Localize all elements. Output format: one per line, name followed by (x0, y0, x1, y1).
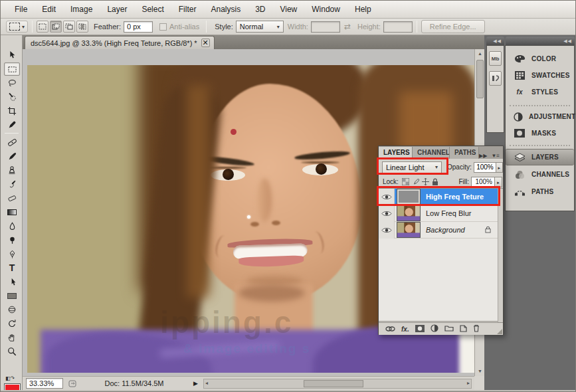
menu-select[interactable]: Select (134, 1, 171, 18)
quick-selection-tool[interactable] (4, 90, 20, 104)
path-selection-tool[interactable] (4, 275, 20, 288)
visibility-toggle[interactable] (379, 189, 395, 205)
subtract-from-selection-button[interactable] (63, 21, 75, 33)
horizontal-scroll-thumb[interactable] (304, 380, 363, 387)
scroll-down-icon[interactable]: ▼ (475, 367, 485, 376)
new-layer-icon[interactable] (460, 325, 467, 334)
layer-thumbnail[interactable] (397, 205, 421, 221)
spot-healing-tool[interactable] (4, 136, 20, 149)
adjustment-layer-icon[interactable] (431, 324, 438, 334)
eyedropper-tool[interactable] (4, 118, 20, 132)
panel-button-styles[interactable]: fx STYLES (506, 84, 574, 100)
opacity-spinner-icon[interactable]: ▸ (496, 162, 503, 173)
panel-resize-grip[interactable] (497, 329, 502, 334)
panel-button-channels[interactable]: CHANNELS (506, 166, 574, 183)
menu-3d[interactable]: 3D (248, 1, 272, 18)
clone-stamp-tool[interactable] (4, 163, 20, 177)
menu-window[interactable]: Window (304, 1, 347, 18)
scroll-right-icon[interactable]: ▸ (467, 380, 470, 386)
style-dropdown[interactable]: Normal ▾ (236, 21, 284, 33)
layer-name[interactable]: Low Freq Blur (426, 209, 471, 217)
scroll-up-icon[interactable]: ▲ (475, 49, 485, 58)
document-tab[interactable]: dsc5644.jpg @ 33.3% (High Freq Teture, R… (25, 36, 215, 49)
lock-transparency-icon[interactable] (402, 178, 409, 185)
fill-spinner-icon[interactable]: ▸ (495, 177, 502, 187)
zoom-level-field[interactable]: 33.33% (26, 378, 63, 389)
3d-rotate-tool[interactable] (4, 303, 20, 316)
tab-channels[interactable]: CHANNELS (413, 147, 450, 159)
new-selection-button[interactable] (37, 21, 48, 33)
layer-thumbnail[interactable] (397, 189, 421, 205)
mini-bridge-panel-icon[interactable]: Mb (489, 51, 502, 66)
panel-button-masks[interactable]: MASKS (506, 125, 574, 142)
layer-name[interactable]: High Freq Teture (426, 193, 484, 201)
panel-menu-icon[interactable]: ▼≡ (491, 153, 500, 159)
layer-thumbnail[interactable] (397, 222, 421, 238)
layer-style-icon[interactable]: fx. (401, 326, 409, 333)
rectangle-shape-tool[interactable] (4, 289, 20, 302)
swap-colors-icon[interactable]: ◧↷ (5, 375, 19, 383)
menu-analysis[interactable]: Analysis (203, 1, 248, 18)
add-mask-icon[interactable] (415, 325, 425, 334)
panel-button-swatches[interactable]: SWATCHES (506, 67, 574, 84)
add-to-selection-button[interactable] (50, 21, 62, 33)
visibility-toggle[interactable] (379, 205, 395, 222)
zoom-tool[interactable] (4, 345, 20, 358)
vertical-scroll-thumb[interactable] (476, 60, 484, 98)
visibility-toggle[interactable] (379, 222, 395, 239)
blend-mode-dropdown[interactable]: Linear Light ▾ (382, 161, 442, 173)
lock-pixels-icon[interactable] (412, 178, 419, 185)
collapse-dock-icon[interactable]: ◀◀ (506, 37, 575, 45)
tab-paths[interactable]: PATHS (450, 147, 479, 159)
crop-tool[interactable] (4, 104, 20, 118)
layer-row-low-freq[interactable]: Low Freq Blur (379, 205, 498, 222)
tab-layers[interactable]: LAYERS (379, 147, 413, 159)
menu-help[interactable]: Help (347, 1, 379, 18)
lasso-tool[interactable] (4, 76, 20, 90)
tool-preset-picker[interactable]: ▾ (6, 21, 28, 33)
menu-image[interactable]: Image (63, 1, 100, 18)
layer-row-high-freq[interactable]: High Freq Teture (379, 189, 498, 205)
eraser-tool[interactable] (4, 191, 20, 205)
scroll-left-icon[interactable]: ◂ (205, 380, 208, 386)
panel-button-layers[interactable]: LAYERS (506, 149, 574, 165)
panel-button-paths[interactable]: PATHS (506, 183, 574, 200)
layer-name[interactable]: Background (426, 226, 465, 234)
new-group-icon[interactable] (444, 325, 454, 333)
menu-filter[interactable]: Filter (171, 1, 204, 18)
panel-collapse-icon[interactable]: ▶▶ (479, 153, 487, 159)
brush-tool[interactable] (4, 149, 20, 163)
horizontal-scrollbar[interactable]: ◂ ▸ (203, 379, 472, 389)
delete-layer-icon[interactable] (473, 324, 480, 334)
blur-tool[interactable] (4, 219, 20, 233)
layers-list-scrollbar[interactable] (498, 189, 503, 322)
gradient-tool[interactable] (4, 205, 20, 219)
panel-button-adjustments[interactable]: ADJUSTMENTS (506, 108, 574, 125)
rectangular-marquee-tool[interactable] (4, 62, 20, 76)
panel-button-color[interactable]: COLOR (506, 50, 574, 67)
dodge-tool[interactable] (4, 233, 20, 246)
pen-tool[interactable] (4, 247, 20, 260)
lock-position-icon[interactable] (422, 178, 429, 185)
move-tool[interactable] (4, 49, 20, 62)
status-flyout-icon[interactable]: ▶ (193, 380, 198, 387)
history-brush-tool[interactable] (4, 177, 20, 191)
feather-input[interactable]: 0 px (124, 21, 153, 33)
menu-file[interactable]: File (7, 1, 35, 18)
menu-edit[interactable]: Edit (35, 1, 63, 18)
lock-all-icon[interactable] (432, 178, 438, 186)
intersect-selection-button[interactable] (76, 21, 88, 33)
refine-edge-button[interactable]: Refine Edge... (421, 20, 485, 33)
menu-layer[interactable]: Layer (100, 1, 134, 18)
collapse-strip-icon[interactable]: ◀◀ (486, 37, 504, 45)
anti-alias-checkbox[interactable] (159, 23, 167, 31)
layer-row-background[interactable]: Background (379, 222, 498, 239)
close-tab-icon[interactable]: ✕ (201, 39, 210, 47)
opacity-value[interactable]: 100% (474, 162, 496, 173)
type-tool[interactable]: T (4, 261, 20, 274)
hand-tool[interactable] (4, 331, 20, 344)
menu-view[interactable]: View (272, 1, 304, 18)
3d-orbit-tool[interactable] (4, 317, 20, 330)
clone-source-panel-icon[interactable] (489, 71, 502, 86)
link-layers-icon[interactable] (385, 325, 395, 333)
